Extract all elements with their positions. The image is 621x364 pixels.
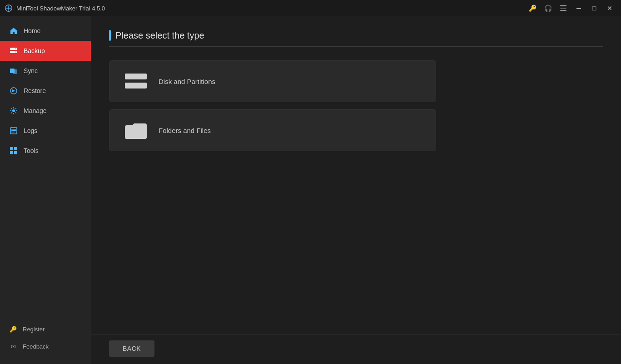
sidebar-item-feedback-label: Feedback (23, 343, 49, 350)
svg-rect-16 (10, 147, 13, 150)
sidebar-item-logs-label: Logs (24, 127, 37, 134)
backup-icon (9, 46, 18, 55)
svg-rect-27 (141, 84, 144, 87)
page-title-accent (109, 30, 111, 41)
back-button[interactable]: BACK (109, 340, 154, 357)
sidebar-item-restore[interactable]: Restore (0, 81, 91, 101)
sidebar-item-backup[interactable]: Backup (0, 41, 91, 61)
svg-rect-1 (560, 5, 566, 6)
type-card-disk-partitions[interactable]: Disk and Partitions (109, 60, 436, 102)
titlebar-left: MiniTool ShadowMaker Trial 4.5.0 (5, 4, 105, 12)
svg-rect-26 (138, 84, 140, 87)
svg-rect-7 (15, 52, 16, 53)
folders-files-label: Folders and Files (159, 127, 211, 134)
sidebar-item-sync-label: Sync (24, 67, 38, 74)
sidebar-item-logs[interactable]: Logs (0, 121, 91, 141)
disk-partitions-icon (122, 70, 149, 93)
svg-rect-2 (560, 8, 566, 9)
sidebar-item-sync[interactable]: Sync (0, 61, 91, 81)
content-inner: Please select the type Dis (91, 16, 621, 334)
maximize-button[interactable]: □ (587, 3, 601, 14)
svg-rect-19 (14, 151, 17, 154)
svg-rect-6 (15, 49, 16, 49)
sidebar-bottom: 🔑 Register ✉ Feedback (0, 316, 91, 364)
home-icon (9, 26, 18, 35)
sidebar-item-register-label: Register (23, 326, 45, 333)
titlebar: MiniTool ShadowMaker Trial 4.5.0 🔑 🎧 ─ □… (0, 0, 621, 16)
register-icon[interactable]: 🔑 (526, 3, 539, 14)
sidebar-item-home-label: Home (24, 27, 40, 34)
support-icon[interactable]: 🎧 (541, 3, 555, 14)
sidebar-item-tools-label: Tools (24, 147, 39, 154)
svg-rect-21 (127, 75, 136, 78)
sidebar-item-restore-label: Restore (24, 87, 46, 94)
page-title-wrap: Please select the type (109, 30, 603, 47)
app-logo-icon (5, 4, 13, 12)
svg-point-11 (12, 109, 15, 112)
sidebar-item-register[interactable]: 🔑 Register (0, 320, 91, 338)
sidebar-item-backup-label: Backup (24, 47, 45, 54)
svg-rect-14 (11, 130, 16, 131)
minimize-button[interactable]: ─ (572, 3, 586, 14)
main-layout: Home Backup (0, 16, 621, 364)
close-button[interactable]: ✕ (603, 3, 616, 14)
restore-icon (9, 86, 18, 95)
feedback-mail-icon: ✉ (9, 342, 17, 350)
sidebar: Home Backup (0, 16, 91, 364)
svg-rect-13 (11, 129, 16, 130)
sidebar-item-manage[interactable]: Manage (0, 101, 91, 121)
sidebar-nav: Home Backup (0, 16, 91, 316)
sidebar-item-home[interactable]: Home (0, 21, 91, 41)
register-key-icon: 🔑 (9, 325, 17, 333)
manage-icon (9, 106, 18, 115)
content-footer: BACK (91, 334, 621, 364)
svg-rect-25 (127, 84, 136, 87)
type-card-folders-files[interactable]: Folders and Files (109, 109, 436, 151)
disk-partitions-label: Disk and Partitions (159, 78, 215, 85)
page-title: Please select the type (115, 30, 204, 41)
svg-rect-18 (10, 151, 13, 154)
logs-icon (9, 126, 18, 135)
svg-rect-23 (141, 75, 144, 78)
content-area: Please select the type Dis (91, 16, 621, 364)
sidebar-item-feedback[interactable]: ✉ Feedback (0, 338, 91, 355)
titlebar-controls: 🔑 🎧 ─ □ ✕ (526, 3, 616, 14)
svg-rect-15 (11, 132, 15, 133)
menu-icon[interactable] (556, 3, 570, 14)
tools-icon (9, 146, 18, 155)
sync-icon (9, 66, 18, 75)
folders-files-icon (122, 119, 149, 142)
app-title: MiniTool ShadowMaker Trial 4.5.0 (16, 5, 105, 12)
svg-rect-9 (13, 69, 17, 74)
sidebar-item-manage-label: Manage (24, 107, 47, 114)
svg-rect-17 (14, 147, 17, 150)
svg-rect-22 (138, 75, 140, 78)
sidebar-item-tools[interactable]: Tools (0, 141, 91, 161)
svg-rect-3 (560, 10, 566, 11)
